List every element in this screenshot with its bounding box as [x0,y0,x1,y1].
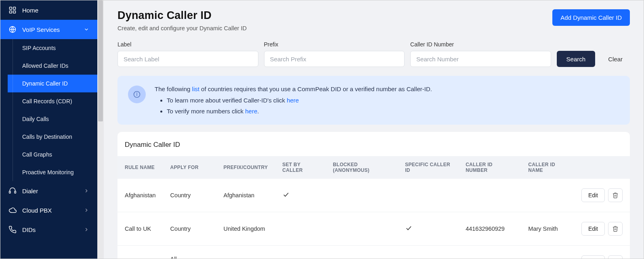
table-card: Dynamic Caller ID RULE NAME APPLY FOR PR… [117,132,630,259]
cell-number: 441632960929 [458,212,521,245]
sidebar-item-label: Call Records (CDR) [22,98,72,104]
sidebar-item-label: Proactive Monitoring [22,169,74,175]
cell-set-by-caller [275,212,325,245]
cell-specific [398,245,458,259]
table-row: AfghanistanCountryAfghanistanEdit [117,179,630,212]
cell-number [458,179,521,212]
chevron-right-icon [84,227,89,232]
cell-rule-name: Call to UK [117,212,163,245]
clear-button[interactable]: Clear [601,51,630,67]
search-number-input[interactable] [410,51,551,67]
search-button[interactable]: Search [557,51,596,67]
banner-text: of countries requires that you use a Com… [199,86,432,92]
cell-actions: Edit [574,212,630,245]
filter-prefix-label: Prefix [264,41,405,48]
filter-label-label: Label [117,41,258,48]
sidebar-sub-sip-accounts[interactable]: SIP Accounts [8,39,97,57]
col-actions [574,156,630,179]
page-subtitle: Create, edit and configure your Dynamic … [117,25,247,31]
caller-id-table: RULE NAME APPLY FOR PREFIX/COUNTRY SET B… [117,156,630,259]
sidebar-item-cloud-pbx[interactable]: Cloud PBX [0,201,97,220]
cell-specific [398,179,458,212]
check-icon [405,226,412,233]
cell-blocked [326,245,398,259]
sidebar-item-home[interactable]: Home [0,0,97,20]
svg-point-9 [137,93,137,93]
edit-button[interactable]: Edit [581,255,605,259]
svg-rect-0 [10,7,12,10]
delete-button[interactable] [608,255,623,259]
grid-icon [8,6,17,14]
trash-icon [612,226,619,232]
globe-icon [8,25,17,33]
delete-button[interactable] [608,188,623,202]
scrollbar[interactable] [97,0,104,259]
cloud-icon [8,206,17,214]
cell-apply-for: Country [163,179,216,212]
banner-text: To verify more numbers click [167,108,245,115]
table-row: Call to UKCountryUnited Kingdom441632960… [117,212,630,245]
sidebar-sub-allowed-caller-ids[interactable]: Allowed Caller IDs [8,57,97,75]
headset-icon [8,187,17,195]
info-icon [128,86,146,103]
cell-set-by-caller [275,179,325,212]
app-root: Home VoIP Services SIP Accounts Allowed … [0,0,644,259]
scrollbar-thumb[interactable] [98,0,103,121]
cell-name [521,179,574,212]
cell-actions: Edit [574,245,630,259]
sidebar-item-label: Dynamic Caller ID [22,80,68,87]
svg-rect-3 [13,11,16,13]
page-header: Dynamic Caller ID Create, edit and confi… [117,9,630,31]
sidebar-item-label: SIP Accounts [22,45,56,51]
table-title: Dynamic Caller ID [117,139,630,156]
edit-button[interactable]: Edit [581,188,605,202]
cell-blocked [326,179,398,212]
col-apply-for: APPLY FOR [163,156,216,179]
banner-text: . [257,108,259,115]
trash-icon [612,192,619,198]
learn-more-link[interactable]: here [287,97,299,104]
svg-rect-5 [9,191,10,193]
sidebar-item-dids[interactable]: DIDs [0,220,97,239]
cell-prefix: Afghanistan [216,179,275,212]
cell-apply-for: Country [163,212,216,245]
cell-name: Mary Smith [521,212,574,245]
sidebar-sub-call-records[interactable]: Call Records (CDR) [8,92,97,110]
filter-row: Label Prefix Caller ID Number Search Cle… [117,41,630,67]
sidebar-item-label: Daily Calls [22,116,49,122]
filter-caller-label: Caller ID Number [410,41,551,48]
svg-rect-6 [15,191,16,193]
search-prefix-input[interactable] [264,51,405,67]
sidebar-item-label: Allowed Caller IDs [22,63,68,69]
sidebar-item-dialer[interactable]: Dialer [0,181,97,201]
sidebar-item-label: Calls by Destination [22,134,72,140]
banner-text: The following [155,86,192,92]
banner-text: To learn more about verified Caller-ID's… [167,97,287,104]
sidebar-sub-call-graphs[interactable]: Call Graphs [8,146,97,163]
cell-rule-name: Default [117,245,163,259]
banner-body: The following list of countries requires… [155,84,432,117]
sidebar-sub-daily-calls[interactable]: Daily Calls [8,110,97,128]
col-rule-name: RULE NAME [117,156,163,179]
countries-list-link[interactable]: list [192,86,199,92]
edit-button[interactable]: Edit [581,222,605,236]
sidebar-sublist: SIP Accounts Allowed Caller IDs Dynamic … [0,39,97,181]
verify-numbers-link[interactable]: here [245,108,257,115]
add-dynamic-caller-id-button[interactable]: Add Dynamic Caller ID [552,9,630,26]
sidebar-sub-dynamic-caller-id[interactable]: Dynamic Caller ID [8,75,97,92]
sidebar-item-label: Call Graphs [22,151,52,158]
delete-button[interactable] [608,222,623,236]
sidebar-sub-proactive-monitoring[interactable]: Proactive Monitoring [8,163,97,181]
cell-number [458,245,521,259]
search-label-input[interactable] [117,51,258,67]
col-caller-id-number: CALLER ID NUMBER [458,156,521,179]
svg-rect-2 [10,11,12,13]
sidebar-item-voip-services[interactable]: VoIP Services [0,20,97,39]
col-caller-id-name: CALLER ID NAME [521,156,574,179]
sidebar-item-label: Cloud PBX [22,207,52,214]
sidebar-sub-calls-by-destination[interactable]: Calls by Destination [8,128,97,146]
cell-rule-name: Afghanistan [117,179,163,212]
cell-set-by-caller [275,245,325,259]
chevron-down-icon [84,27,89,32]
svg-rect-1 [13,7,16,10]
